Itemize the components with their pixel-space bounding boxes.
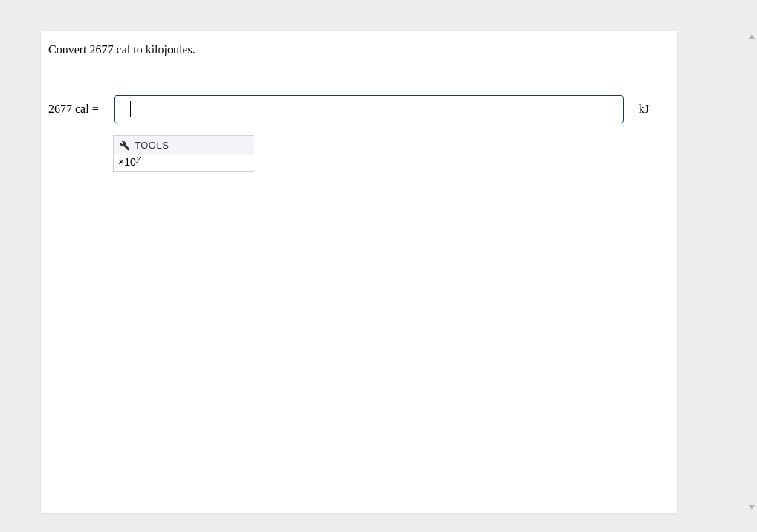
sci-notation-base: ×10 — [118, 156, 136, 168]
equation-lhs: 2677 cal = — [48, 103, 99, 116]
tools-header-label: TOOLS — [135, 140, 169, 151]
tools-body: ×10y — [114, 155, 254, 171]
equation-row: 2677 cal = kJ — [48, 95, 649, 123]
scroll-down-icon[interactable] — [748, 505, 756, 510]
question-prompt: Convert 2677 cal to kilojoules. — [48, 43, 196, 56]
tools-panel: TOOLS ×10y — [113, 135, 254, 172]
sci-notation-exponent: y — [137, 155, 141, 163]
tools-header[interactable]: TOOLS — [114, 136, 254, 155]
scroll-up-icon[interactable] — [748, 34, 756, 39]
scrollbar-track[interactable] — [750, 31, 757, 513]
scientific-notation-button[interactable]: ×10y — [118, 156, 141, 168]
wrench-icon — [120, 140, 130, 151]
text-cursor — [130, 101, 131, 117]
content-panel: Convert 2677 cal to kilojoules. 2677 cal… — [41, 31, 677, 513]
unit-label: kJ — [639, 103, 649, 116]
answer-input[interactable] — [114, 95, 624, 123]
